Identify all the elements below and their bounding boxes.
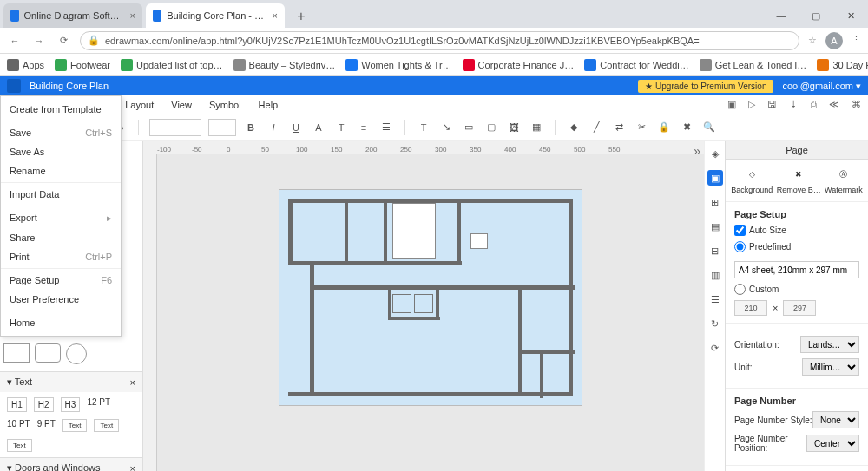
arrow-style-button[interactable]: ⇄ <box>611 120 627 135</box>
list-button[interactable]: ☰ <box>378 120 394 135</box>
custom-radio[interactable]: Custom <box>734 284 779 295</box>
menu-page-setup[interactable]: Page SetupF6 <box>1 271 121 290</box>
bold-button[interactable]: B <box>243 120 259 135</box>
user-menu[interactable]: cool@gmail.com <box>782 81 861 92</box>
outline-icon[interactable]: ☰ <box>707 291 723 307</box>
comments-icon[interactable]: ▥ <box>707 267 723 283</box>
image-button[interactable]: 🖼 <box>506 120 522 135</box>
menu-print[interactable]: PrintCtrl+P <box>1 247 121 266</box>
shape-rect[interactable] <box>3 343 30 363</box>
menu-help[interactable]: Help <box>259 100 279 110</box>
menu-home[interactable]: Home <box>1 313 121 332</box>
line-button[interactable]: ╱ <box>589 120 604 135</box>
tab-background[interactable]: ◇Background <box>731 167 773 194</box>
underline-button[interactable]: U <box>288 120 304 135</box>
h2-button[interactable]: H2 <box>34 397 54 412</box>
unit-select[interactable]: Millim… <box>802 358 859 376</box>
save-icon[interactable]: 🖫 <box>767 99 777 110</box>
bookmark-item[interactable]: Updated list of top… <box>121 59 223 71</box>
bookmark-item[interactable]: Contract for Weddi… <box>584 59 689 71</box>
font-color-button[interactable]: A <box>311 120 326 135</box>
connector-button[interactable]: ↘ <box>438 120 454 135</box>
menu-view[interactable]: View <box>171 100 192 110</box>
bookmark-item[interactable]: Footwear <box>55 59 110 71</box>
play-icon[interactable]: ▷ <box>748 99 755 110</box>
pn-pos-select[interactable]: Center <box>806 435 859 452</box>
text-section-header[interactable]: ▾ Text × <box>0 372 142 392</box>
share-icon[interactable]: ≪ <box>829 99 839 110</box>
shape-circle[interactable] <box>66 343 87 364</box>
collapse-right-icon[interactable]: » <box>694 144 700 158</box>
pn-style-select[interactable]: None <box>812 411 859 428</box>
close-icon[interactable]: × <box>130 377 135 388</box>
paper-size-select[interactable] <box>734 261 859 278</box>
bookmark-item[interactable]: 30 Day Fitness Chal… <box>817 59 868 71</box>
apps-button[interactable]: Apps <box>7 59 44 71</box>
crop-button[interactable]: ✂ <box>634 120 649 135</box>
browser-tab-1[interactable]: Online Diagram Software - Edra… × <box>3 3 142 28</box>
maximize-button[interactable]: ▢ <box>799 3 833 28</box>
close-window-button[interactable]: ✕ <box>833 3 868 28</box>
canvas[interactable] <box>157 154 704 471</box>
page-settings-icon[interactable]: ▣ <box>707 170 723 186</box>
bookmark-item[interactable]: Beauty – Styledriv… <box>233 59 336 71</box>
back-button[interactable]: ← <box>7 36 23 46</box>
bookmark-item[interactable]: Get Lean & Toned I… <box>700 59 807 71</box>
forward-button[interactable]: → <box>31 36 47 46</box>
text-sample[interactable]: Text <box>94 419 119 432</box>
italic-button[interactable]: I <box>266 120 281 135</box>
menu-save-as[interactable]: Save As <box>1 142 121 161</box>
help-icon[interactable]: ⟳ <box>707 340 723 356</box>
align-button[interactable]: ≡ <box>356 120 372 135</box>
menu-user-preference[interactable]: User Preference <box>1 290 121 309</box>
upgrade-button[interactable]: ★ Upgrade to Premium Version <box>638 80 773 93</box>
menu-rename[interactable]: Rename <box>1 161 121 180</box>
text-tool-button[interactable]: T <box>416 120 431 135</box>
table-button[interactable]: ▦ <box>529 120 544 135</box>
tab-watermark[interactable]: ⒶWatermark <box>825 167 863 194</box>
reload-button[interactable]: ⟳ <box>56 35 71 46</box>
settings-button[interactable]: ✖ <box>679 120 694 135</box>
star-icon[interactable]: ☆ <box>808 35 817 46</box>
auto-size-checkbox[interactable]: Auto Size <box>734 225 786 236</box>
menu-share[interactable]: Share <box>1 228 121 247</box>
drawing-page[interactable] <box>279 189 582 406</box>
menu-layout[interactable]: Layout <box>125 100 154 110</box>
theme-icon[interactable]: ◈ <box>707 146 723 161</box>
app-logo[interactable] <box>7 79 21 93</box>
lock-button[interactable]: 🔒 <box>656 120 672 135</box>
predefined-radio[interactable]: Predefined <box>734 241 791 252</box>
new-tab-button[interactable]: + <box>290 5 312 28</box>
url-input[interactable]: 🔒 edrawmax.com/online/app.html?y0/KUjV2S… <box>80 31 799 50</box>
search-button[interactable]: 🔍 <box>701 120 717 135</box>
close-icon[interactable]: × <box>130 10 135 21</box>
height-input[interactable] <box>783 300 816 316</box>
history-icon[interactable]: ↻ <box>707 316 723 331</box>
close-icon[interactable]: × <box>130 463 135 472</box>
h1-button[interactable]: H1 <box>7 397 27 412</box>
presentation-icon[interactable]: ▣ <box>727 99 736 110</box>
fill-button[interactable]: ◆ <box>566 120 582 135</box>
h3-button[interactable]: H3 <box>61 397 81 412</box>
font-size-select[interactable] <box>208 119 236 136</box>
menu-symbol[interactable]: Symbol <box>209 100 241 110</box>
close-icon[interactable]: × <box>273 10 278 21</box>
text-sample[interactable]: Text <box>7 439 32 452</box>
storage-icon[interactable]: ⊟ <box>707 243 723 258</box>
width-input[interactable] <box>734 300 767 316</box>
minimize-button[interactable]: — <box>764 3 799 28</box>
more-icon[interactable]: ⋮ <box>852 35 861 46</box>
tab-remove-bg[interactable]: ✖Remove B… <box>777 167 821 194</box>
menu-export[interactable]: Export▸ <box>1 208 121 228</box>
shape-rect[interactable] <box>35 343 61 363</box>
shape-rounded-button[interactable]: ▢ <box>483 120 499 135</box>
shape-rect-button[interactable]: ▭ <box>461 120 477 135</box>
text-style-button[interactable]: T <box>333 120 349 135</box>
doors-section-header[interactable]: ▾ Doors and Windows × <box>0 458 142 471</box>
bookmark-item[interactable]: Women Tights & Tr… <box>345 59 451 71</box>
print-icon[interactable]: ⎙ <box>811 99 817 110</box>
browser-tab-2[interactable]: Building Core Plan - Edraw Max × <box>146 3 285 28</box>
menu-save[interactable]: SaveCtrl+S <box>1 123 121 142</box>
font-select[interactable] <box>149 119 201 136</box>
download-icon[interactable]: ⭳ <box>789 99 799 110</box>
